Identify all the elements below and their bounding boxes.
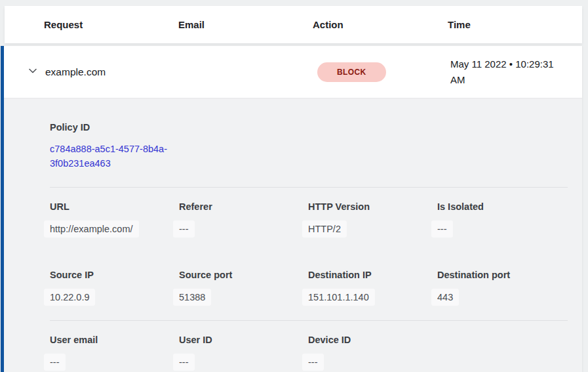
row-cell-time: May 11 2022 • 10:29:31 AM (448, 56, 567, 88)
expanded-row-group: example.com BLOCK May 11 2022 • 10:29:31… (1, 46, 582, 372)
device-id-value: --- (302, 354, 324, 371)
destination-port-value: 443 (431, 289, 459, 306)
policy-id-link[interactable]: c784a888-a5c1-4577-8b4a-3f0b231ea463 (50, 142, 189, 171)
source-ip-value: 10.22.0.9 (44, 289, 95, 306)
is-isolated-label: Is Isolated (437, 202, 566, 212)
request-domain: example.com (45, 66, 106, 78)
column-header-action: Action (313, 19, 448, 30)
chevron-down-icon (28, 66, 38, 78)
is-isolated-value: --- (431, 220, 453, 238)
collapse-row-button[interactable] (28, 67, 38, 77)
source-ip-label: Source IP (50, 270, 179, 280)
destination-port-field: Destination port 443 (437, 270, 566, 306)
source-port-label: Source port (179, 270, 308, 280)
destination-port-label: Destination port (437, 270, 566, 280)
destination-ip-value: 151.101.1.140 (302, 289, 375, 306)
column-header-request: Request (44, 19, 178, 30)
details-row-network: Source IP 10.22.0.9 Source port 51388 De… (50, 270, 568, 306)
is-isolated-field: Is Isolated --- (437, 202, 566, 238)
url-value: http://example.com/ (44, 220, 139, 238)
column-header-time: Time (448, 19, 582, 30)
source-port-field: Source port 51388 (179, 270, 308, 306)
referer-value: --- (173, 220, 195, 238)
referer-field: Referer --- (179, 202, 308, 238)
http-version-field: HTTP Version HTTP/2 (308, 202, 437, 238)
details-row-user: User email --- User ID --- Device ID --- (50, 335, 568, 371)
policy-id-label: Policy ID (50, 123, 189, 133)
row-details-panel: Policy ID c784a888-a5c1-4577-8b4a-3f0b23… (4, 99, 582, 372)
details-divider (50, 187, 568, 188)
destination-ip-label: Destination IP (308, 270, 437, 280)
row-cell-action: BLOCK (313, 62, 448, 82)
user-email-value: --- (44, 354, 66, 371)
destination-ip-field: Destination IP 151.101.1.140 (308, 270, 437, 306)
user-id-value: --- (173, 354, 195, 371)
source-ip-field: Source IP 10.22.0.9 (50, 270, 179, 306)
user-email-field: User email --- (50, 335, 179, 371)
device-id-field: Device ID --- (308, 335, 437, 371)
row-cell-request: example.com (28, 66, 178, 78)
user-id-field: User ID --- (179, 335, 308, 371)
details-divider (50, 320, 568, 321)
table-row[interactable]: example.com BLOCK May 11 2022 • 10:29:31… (4, 46, 582, 99)
http-version-value: HTTP/2 (302, 220, 347, 238)
details-row-http: URL http://example.com/ Referer --- HTTP… (50, 202, 568, 238)
device-id-label: Device ID (308, 335, 437, 345)
source-port-value: 51388 (173, 289, 211, 306)
policy-id-field: Policy ID c784a888-a5c1-4577-8b4a-3f0b23… (50, 123, 189, 171)
column-header-email: Email (178, 19, 313, 30)
user-email-label: User email (50, 335, 179, 345)
referer-label: Referer (179, 202, 308, 212)
http-version-label: HTTP Version (308, 202, 437, 212)
action-block-badge: BLOCK (317, 62, 386, 82)
url-label: URL (50, 202, 179, 212)
url-field: URL http://example.com/ (50, 202, 179, 238)
user-id-label: User ID (179, 335, 308, 345)
table-header: Request Email Action Time (5, 6, 582, 43)
